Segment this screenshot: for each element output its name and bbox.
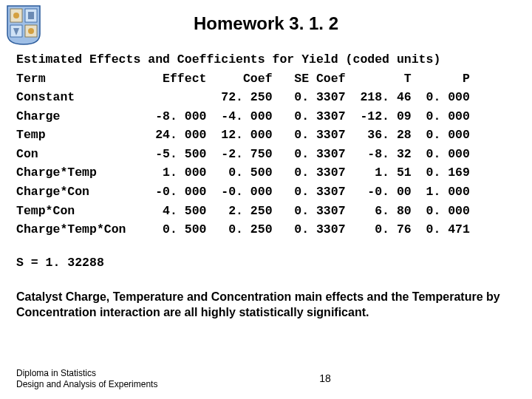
s-value: S = 1. 32288 [16, 256, 532, 270]
svg-rect-5 [28, 12, 34, 19]
footer-line-2: Design and Analysis of Experiments [16, 379, 516, 390]
footer-line-1: Diploma in Statistics [16, 368, 516, 379]
summary-text: Catalyst Charge, Temperature and Concent… [16, 289, 516, 321]
footer: Diploma in Statistics Design and Analysi… [16, 368, 516, 390]
svg-point-4 [13, 13, 19, 18]
stats-table: Estimated Effects and Coefficients for Y… [16, 50, 532, 239]
crest-icon [6, 4, 41, 46]
page-title: Homework 3. 1. 2 [0, 13, 532, 34]
svg-point-6 [28, 28, 34, 34]
